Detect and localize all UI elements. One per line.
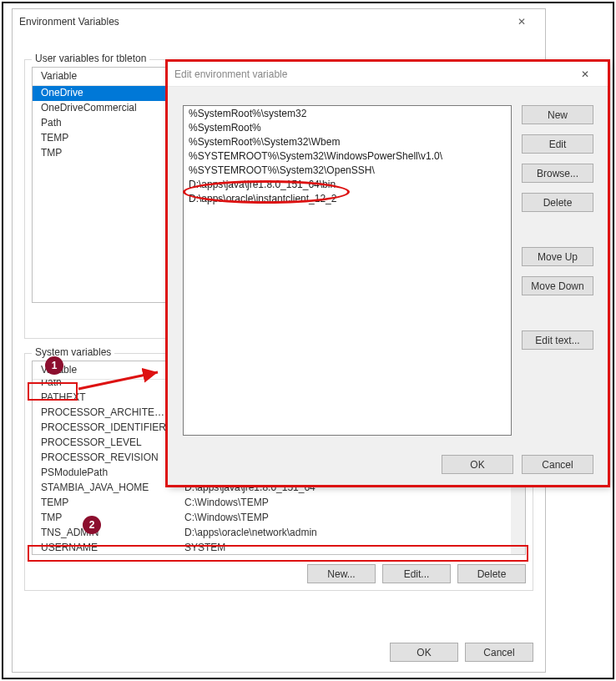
sys-vars-buttons: New... Edit... Delete <box>307 564 526 583</box>
list-item[interactable]: %SystemRoot%\System32\Wbem <box>184 134 511 149</box>
edit-env-var-dialog: Edit environment variable ✕ %SystemRoot%… <box>167 61 609 487</box>
table-row[interactable]: TNS_ADMIND:\apps\oracle\network\admin <box>33 526 511 541</box>
list-item[interactable]: %SYSTEMROOT%\System32\OpenSSH\ <box>184 163 511 177</box>
ok-button[interactable]: OK <box>442 455 513 474</box>
table-row[interactable]: TEMPC:\Windows\TEMP <box>33 496 511 511</box>
env-vars-titlebar: Environment Variables ✕ <box>13 9 545 34</box>
table-row[interactable]: TMPC:\Windows\TEMP <box>33 511 511 526</box>
sys-vars-label: System variables <box>32 346 114 358</box>
list-item[interactable]: %SystemRoot% <box>184 120 511 134</box>
path-entries-list[interactable]: %SystemRoot%\system32 %SystemRoot% %Syst… <box>183 105 512 436</box>
new-button[interactable]: New... <box>307 564 376 583</box>
env-vars-dialog-buttons: OK Cancel <box>390 643 533 662</box>
ok-button[interactable]: OK <box>390 643 458 662</box>
edit-text-button[interactable]: Edit text... <box>522 330 593 350</box>
list-item[interactable]: %SystemRoot%\system32 <box>184 106 511 120</box>
cancel-button[interactable]: Cancel <box>522 455 593 474</box>
edit-env-var-side-buttons: New Edit Browse... Delete Move Up Move D… <box>522 105 593 350</box>
edit-button[interactable]: Edit <box>522 134 593 154</box>
edit-button[interactable]: Edit... <box>382 564 451 583</box>
list-item[interactable]: D:\apps\oracle\instantclient_12_2 <box>184 191 511 205</box>
delete-button[interactable]: Delete <box>522 193 593 212</box>
user-vars-label: User variables for tbleton <box>32 53 149 64</box>
delete-button[interactable]: Delete <box>457 564 526 583</box>
col-variable: Variable <box>33 68 176 85</box>
table-row[interactable]: USERNAMESYSTEM <box>33 541 511 554</box>
edit-env-var-bottom-buttons: OK Cancel <box>442 455 593 474</box>
svg-line-0 <box>78 372 158 389</box>
browse-button[interactable]: Browse... <box>522 164 593 183</box>
move-down-button[interactable]: Move Down <box>522 276 593 295</box>
list-item[interactable]: %SYSTEMROOT%\System32\WindowsPowerShell\… <box>184 149 511 163</box>
cancel-button[interactable]: Cancel <box>465 643 533 662</box>
new-button[interactable]: New <box>522 105 593 124</box>
edit-env-var-titlebar: Edit environment variable ✕ <box>168 62 608 87</box>
close-icon[interactable]: ✕ <box>505 12 538 32</box>
close-icon[interactable]: ✕ <box>568 64 602 84</box>
list-item[interactable]: D:\apps\java\jre1.8.0_151_64\bin <box>184 177 511 191</box>
annotation-arrow-icon <box>78 369 170 394</box>
screenshot-frame: Environment Variables ✕ User variables f… <box>2 2 614 679</box>
move-up-button[interactable]: Move Up <box>522 247 593 266</box>
env-vars-title: Environment Variables <box>19 16 119 28</box>
edit-env-var-title: Edit environment variable <box>174 68 287 80</box>
